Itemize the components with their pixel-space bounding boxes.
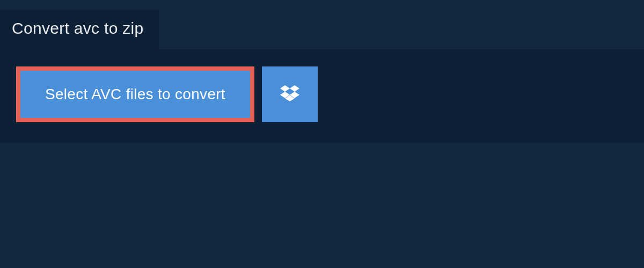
button-row: Select AVC files to convert (16, 66, 628, 122)
main-panel: Select AVC files to convert (0, 49, 644, 143)
dropbox-icon (280, 84, 299, 105)
tab-convert[interactable]: Convert avc to zip (0, 10, 159, 49)
select-files-button[interactable]: Select AVC files to convert (16, 66, 254, 122)
select-files-label: Select AVC files to convert (45, 86, 225, 103)
dropbox-button[interactable] (262, 66, 318, 122)
tab-bar: Convert avc to zip (0, 10, 644, 49)
tab-label: Convert avc to zip (12, 19, 144, 37)
